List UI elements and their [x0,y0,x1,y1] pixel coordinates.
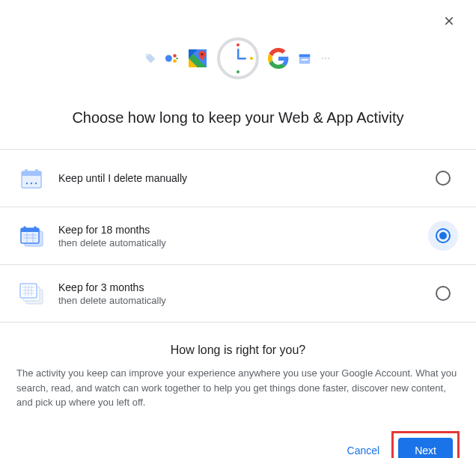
svg-point-0 [165,55,172,62]
hero-icons [15,37,461,79]
radio-button[interactable] [436,171,451,186]
next-button[interactable]: Next [398,438,453,459]
clock-icon [217,37,259,79]
close-button[interactable] [440,12,458,30]
option-title: Keep until I delete manually [58,172,428,184]
option-title: Keep for 3 months [58,281,428,293]
svg-point-3 [176,58,178,60]
svg-point-1 [173,54,177,58]
option-text: Keep for 3 months then delete automatica… [58,281,428,306]
dots-icon [320,53,331,64]
tag-icon [145,53,156,64]
option-subtitle: then delete automatically [58,295,428,306]
highlight-box: Next [391,431,460,459]
option-text: Keep for 18 months then delete automatic… [58,224,428,248]
header: Choose how long to keep your Web & App A… [0,0,476,149]
radio-button[interactable] [436,286,451,301]
svg-point-26 [31,183,32,184]
svg-rect-13 [237,49,239,59]
svg-rect-30 [21,228,39,232]
maps-icon [187,48,208,69]
svg-point-18 [322,58,324,60]
assistant-icon [165,52,178,65]
calendar-stack-icon [18,222,45,249]
svg-rect-14 [237,58,246,60]
close-icon [442,14,456,28]
option-title: Keep for 18 months [58,224,428,236]
svg-point-24 [35,169,38,172]
option-18-months[interactable]: Keep for 18 months then delete automatic… [0,207,476,265]
radio-button[interactable] [436,228,451,243]
svg-point-23 [25,169,28,172]
info-section: How long is right for you? The activity … [0,323,476,421]
svg-point-32 [34,226,37,229]
options-list: Keep until I delete manually Keep for 18… [0,149,476,323]
option-3-months[interactable]: Keep for 3 months then delete automatica… [0,265,476,323]
svg-point-8 [201,53,204,55]
option-subtitle: then delete automatically [58,237,428,248]
radio-wrapper [428,163,458,193]
svg-rect-16 [299,55,310,58]
option-text: Keep until I delete manually [58,172,428,184]
calendar-outline-icon [18,165,45,192]
google-g-icon [268,48,289,69]
svg-point-27 [35,183,37,184]
calendar-multi-icon [18,280,45,307]
radio-wrapper [428,221,458,251]
svg-point-12 [237,70,239,73]
svg-point-20 [328,58,330,60]
calendar-icon [298,52,311,65]
svg-rect-17 [302,59,308,61]
svg-point-19 [325,58,327,60]
option-manual[interactable]: Keep until I delete manually [0,150,476,207]
radio-wrapper [428,278,458,308]
footer: Cancel Next [0,421,476,459]
info-title: How long is right for you? [16,344,460,357]
svg-point-10 [237,43,239,46]
svg-point-2 [173,59,177,63]
svg-point-31 [23,226,26,229]
svg-rect-22 [22,171,41,176]
page-title: Choose how long to keep your Web & App A… [15,109,461,126]
svg-point-25 [26,183,28,184]
svg-point-11 [250,57,253,60]
cancel-button[interactable]: Cancel [337,439,391,459]
info-body: The activity you keep can improve your e… [16,366,460,410]
